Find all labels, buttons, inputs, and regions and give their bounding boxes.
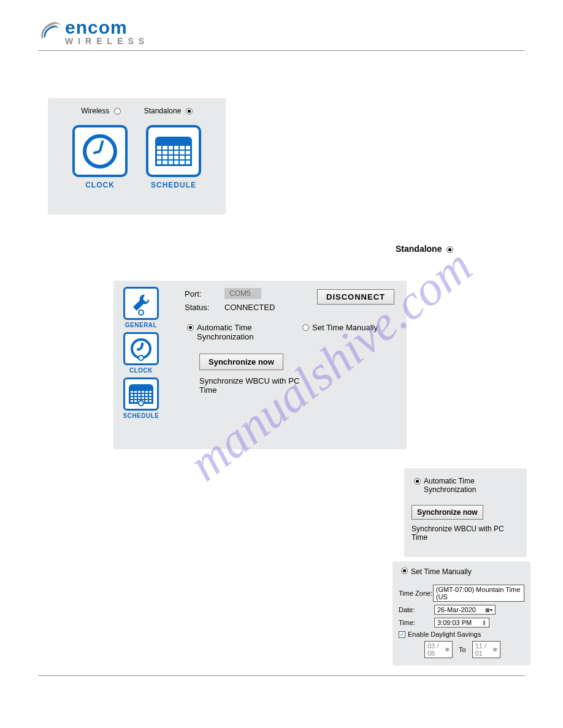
clock-tab-label: CLOCK	[120, 367, 163, 374]
brand-sub: WIRELESS	[65, 37, 149, 45]
dst-from-input[interactable]: 03 / 08 ▦	[424, 641, 453, 658]
schedule-tab[interactable]: SCHEDULE	[120, 377, 163, 419]
calendar-dropdown-icon: ▦▾	[485, 607, 492, 613]
schedule-tab-label: SCHEDULE	[120, 412, 163, 419]
schedule-tile-label: SCHEDULE	[146, 181, 201, 189]
standalone-callout: Standalone	[396, 244, 453, 254]
mode-panel: Wireless Standalone CLOCK	[48, 98, 226, 214]
clock-tile[interactable]: CLOCK	[72, 125, 128, 189]
dst-from-value: 03 / 08	[427, 642, 445, 657]
footer-rule	[38, 675, 525, 676]
page-header: encom WIRELESS	[38, 18, 525, 51]
port-value: COM5	[224, 288, 261, 299]
spinner-icon: ▲▼	[482, 620, 486, 626]
dst-checkbox-row[interactable]: ✓ Enable Daylight Savings	[399, 631, 524, 638]
time-value: 3:09:03 PM	[437, 619, 472, 626]
port-label: Port:	[185, 289, 218, 298]
general-tab[interactable]: GENERAL	[120, 287, 163, 328]
status-value: CONNECTED	[224, 303, 275, 312]
auto-sync-label: Automatic Time Synchronization	[197, 323, 270, 341]
wireless-option[interactable]: Wireless	[81, 107, 120, 115]
wireless-label: Wireless	[81, 107, 109, 115]
dst-to-value: 11 / 01	[475, 642, 493, 657]
date-label: Date:	[399, 606, 434, 613]
status-label: Status:	[185, 303, 218, 312]
date-value: 26-Mar-2020	[437, 606, 476, 613]
calendar-mini-icon: ▦	[445, 647, 450, 652]
radio-on-icon	[414, 478, 421, 485]
radio-on-icon	[446, 246, 453, 253]
radio-on-icon	[401, 567, 408, 574]
auto-sync-option[interactable]: Automatic Time Synchronization	[185, 323, 270, 341]
radio-on-icon	[186, 108, 193, 115]
general-tab-label: GENERAL	[120, 322, 163, 328]
auto-sync-snippet: Automatic Time Synchronization Synchroni…	[404, 468, 527, 557]
brand-text: encom WIRELESS	[65, 18, 149, 45]
sync-description-2: Synchronize WBCU with PC Time	[412, 525, 519, 542]
side-nav: GENERAL CLOCK	[113, 281, 169, 425]
standalone-option[interactable]: Standalone	[144, 107, 193, 115]
manual-heading: Set Time Manually	[411, 567, 472, 576]
clock-tab[interactable]: CLOCK	[120, 332, 163, 374]
sync-description: Synchronize WBCU with PC Time	[199, 376, 310, 395]
dst-label: Enable Daylight Savings	[408, 631, 481, 638]
date-input[interactable]: 26-Mar-2020 ▦▾	[434, 605, 496, 615]
calendar-icon	[155, 137, 192, 166]
timezone-select[interactable]: (GMT-07:00) Mountain Time (US	[433, 585, 524, 602]
manual-time-option[interactable]: Set Time Manually	[300, 323, 378, 332]
standalone-callout-text: Standalone	[396, 244, 442, 254]
checkbox-checked-icon: ✓	[399, 631, 405, 638]
schedule-tile[interactable]: SCHEDULE	[146, 125, 201, 189]
disconnect-button[interactable]: DISCONNECT	[317, 289, 394, 305]
calendar-mini-icon: ▦	[493, 647, 497, 652]
encom-swoosh-icon	[38, 20, 63, 44]
manual-heading-option[interactable]: Set Time Manually	[399, 567, 524, 576]
clock-tile-label: CLOCK	[72, 181, 128, 189]
synchronize-now-button[interactable]: Synchronize now	[199, 354, 283, 370]
standalone-label: Standalone	[144, 107, 182, 115]
clock-icon	[83, 134, 117, 169]
time-input[interactable]: 3:09:03 PM ▲▼	[434, 618, 489, 628]
synchronize-now-button-2[interactable]: Synchronize now	[412, 505, 483, 520]
timezone-value: (GMT-07:00) Mountain Time (US	[436, 586, 521, 601]
time-label: Time:	[399, 619, 434, 626]
brand-name: encom	[65, 18, 149, 37]
radio-off-icon	[302, 324, 309, 331]
manual-time-panel: Set Time Manually Time Zone: (GMT-07:00)…	[393, 561, 530, 665]
auto-sync-label-2: Automatic Time Synchronization	[424, 477, 497, 494]
timezone-label: Time Zone:	[399, 590, 433, 597]
dst-to-input[interactable]: 11 / 01 ▦	[472, 641, 500, 658]
radio-on-icon	[187, 324, 194, 331]
dst-to-label: To	[459, 646, 466, 653]
clock-config-panel: GENERAL CLOCK	[113, 281, 407, 449]
auto-sync-option-2[interactable]: Automatic Time Synchronization	[412, 477, 519, 494]
manual-time-label: Set Time Manually	[312, 323, 378, 332]
radio-off-icon	[114, 108, 121, 115]
